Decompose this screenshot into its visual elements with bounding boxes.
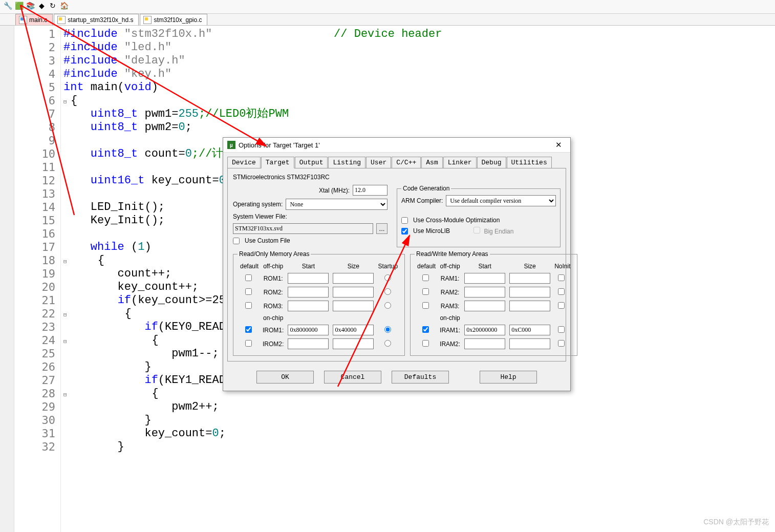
tab-gpio-c[interactable]: stm32f10x_gpio.c <box>140 14 207 25</box>
rom1-size[interactable] <box>333 273 374 284</box>
dialog-tabs: DeviceTargetOutputListingUserC/C++AsmLin… <box>223 153 570 168</box>
home-icon[interactable]: 🏠 <box>59 1 69 10</box>
ok-button[interactable]: OK <box>256 371 314 384</box>
ram2-noinit[interactable] <box>558 288 565 295</box>
iram2-noinit[interactable] <box>558 340 565 347</box>
ram3-default[interactable] <box>422 302 429 309</box>
rom-legend: Read/Only Memory Areas <box>238 250 311 258</box>
xtal-input[interactable] <box>353 185 388 196</box>
tool-icon[interactable]: 🔧 <box>3 1 12 10</box>
s-file-icon <box>57 16 66 24</box>
diamond-icon[interactable]: ◆ <box>37 1 46 10</box>
xtal-label: Xtal (MHz): <box>319 187 350 194</box>
rom2-default[interactable] <box>245 288 252 295</box>
iram2-size[interactable] <box>509 338 550 349</box>
bigendian-checkbox <box>473 227 480 233</box>
ram-fieldset: Read/Write Memory Areas default off-chip… <box>410 250 577 356</box>
arm-compiler-select[interactable]: Use default compiler version <box>446 195 556 206</box>
irom2-startup[interactable] <box>384 340 391 347</box>
irom2-size[interactable] <box>333 338 374 349</box>
custom-file-checkbox[interactable] <box>233 238 240 244</box>
dialog-tab-listing[interactable]: Listing <box>328 157 365 168</box>
os-select[interactable]: None <box>286 199 388 210</box>
rom2-start[interactable] <box>288 287 329 297</box>
rom2-size[interactable] <box>333 287 374 297</box>
ram2-start[interactable] <box>464 287 505 297</box>
col-offchip: off-chip <box>261 262 285 271</box>
dialog-tab-asm[interactable]: Asm <box>421 157 442 168</box>
iram2-default[interactable] <box>422 340 429 347</box>
dialog-tab-debug[interactable]: Debug <box>477 157 506 168</box>
iram2-label: IRAM2: <box>438 337 462 350</box>
rom-fieldset: Read/Only Memory Areas default off-chip … <box>233 250 405 356</box>
rom2-label: ROM2: <box>261 286 285 299</box>
microlib-checkbox[interactable] <box>401 228 408 235</box>
tree-icon[interactable]: 🟩 <box>14 1 24 10</box>
dialog-tab-user[interactable]: User <box>366 157 391 168</box>
refresh-icon[interactable]: ↻ <box>48 1 57 10</box>
iram2-start[interactable] <box>464 338 505 349</box>
ram3-size[interactable] <box>509 301 550 311</box>
ram-table: default off-chip Start Size NoInit RAM1:… <box>415 261 573 351</box>
rom1-default[interactable] <box>245 274 252 281</box>
dialog-tab-target[interactable]: Target <box>261 157 294 168</box>
ram3-noinit[interactable] <box>558 302 565 309</box>
dialog-tab-linker[interactable]: Linker <box>443 157 477 168</box>
tab-label: main.c <box>29 16 47 24</box>
ram1-label: RAM1: <box>438 272 462 285</box>
bigendian-label: Big Endian <box>484 228 513 235</box>
irom2-default[interactable] <box>245 340 252 347</box>
books-icon[interactable]: 📚 <box>26 1 35 10</box>
rom-table: default off-chip Start Size Startup ROM1… <box>238 261 400 351</box>
rom3-default[interactable] <box>245 302 252 309</box>
rom3-size[interactable] <box>333 301 374 311</box>
rom1-label: ROM1: <box>261 272 285 285</box>
ram1-start[interactable] <box>464 273 505 284</box>
irom1-label: IROM1: <box>261 324 285 336</box>
dialog-titlebar[interactable]: µ Options for Target 'Target 1' ✕ <box>223 138 570 153</box>
dialog-tab-utilities[interactable]: Utilities <box>507 157 552 168</box>
irom1-size[interactable] <box>333 325 374 335</box>
irom1-startup[interactable] <box>384 326 391 333</box>
ram1-size[interactable] <box>509 273 550 284</box>
rom1-start[interactable] <box>288 273 329 284</box>
dialog-tab-device[interactable]: Device <box>227 157 261 168</box>
os-label: Operating system: <box>233 201 283 208</box>
ram2-size[interactable] <box>509 287 550 297</box>
col-default: default <box>416 262 437 271</box>
dialog-tab-output[interactable]: Output <box>295 157 328 168</box>
tab-main-c[interactable]: main.c <box>15 14 53 25</box>
cancel-button[interactable]: Cancel <box>324 371 381 384</box>
irom1-start[interactable] <box>288 325 329 335</box>
irom2-start[interactable] <box>288 338 329 349</box>
col-noinit: NoInit <box>553 262 572 271</box>
breakpoint-margin[interactable] <box>0 26 14 532</box>
ram3-start[interactable] <box>464 301 505 311</box>
iram1-size[interactable] <box>509 325 550 335</box>
irom1-default[interactable] <box>245 326 252 333</box>
iram1-label: IRAM1: <box>438 324 462 336</box>
col-size: Size <box>508 262 552 271</box>
col-start: Start <box>286 262 330 271</box>
iram1-noinit[interactable] <box>558 326 565 333</box>
tab-startup-s[interactable]: startup_stm32f10x_hd.s <box>54 14 139 25</box>
rom1-startup[interactable] <box>384 274 391 281</box>
ram1-default[interactable] <box>422 274 429 281</box>
defaults-button[interactable]: Defaults <box>392 371 449 384</box>
rom3-start[interactable] <box>288 301 329 311</box>
rom3-startup[interactable] <box>384 302 391 309</box>
help-button[interactable]: Help <box>480 371 537 384</box>
dialog-tab-c/c++[interactable]: C/C++ <box>392 157 421 168</box>
main-toolbar: 🔧 🟩 📚 ◆ ↻ 🏠 <box>0 0 775 14</box>
rom2-startup[interactable] <box>384 288 391 295</box>
ram2-default[interactable] <box>422 288 429 295</box>
line-gutter: 1234567891011121314151617181920212223242… <box>14 26 61 532</box>
crossmod-checkbox[interactable] <box>401 217 408 224</box>
iram1-start[interactable] <box>464 325 505 335</box>
iram1-default[interactable] <box>422 326 429 333</box>
close-icon[interactable]: ✕ <box>551 140 566 150</box>
ram1-noinit[interactable] <box>558 274 565 281</box>
crossmod-label: Use Cross-Module Optimization <box>413 217 500 224</box>
irom2-label: IROM2: <box>261 337 285 350</box>
svf-browse-button[interactable]: ... <box>376 223 388 234</box>
